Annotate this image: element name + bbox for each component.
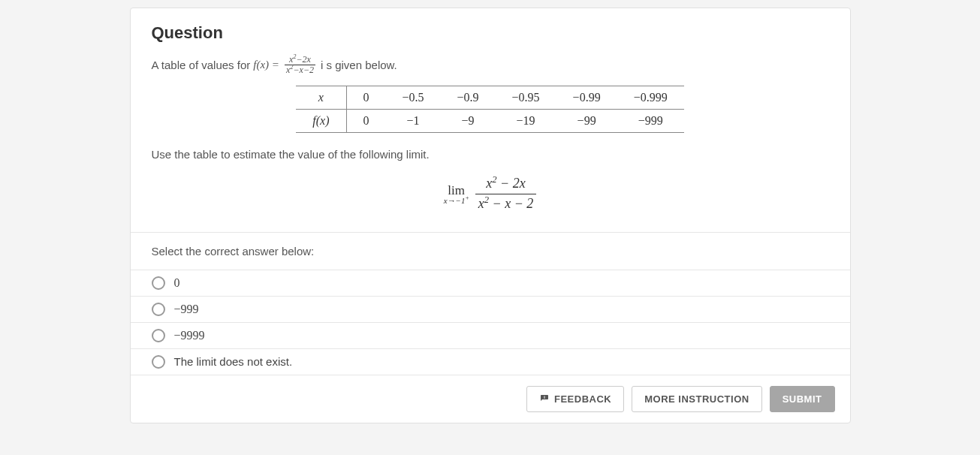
feedback-label: FEEDBACK [554,393,611,405]
table-cell: −19 [496,110,556,133]
option-label: 0 [174,276,180,290]
table-cell: −0.9 [441,86,496,110]
submit-button[interactable]: SUBMIT [770,386,835,412]
prompt-prefix: A table of values for [152,59,251,71]
inline-fraction: x2−2x x2−x−2 [285,55,315,75]
question-card: Question A table of values for f(x) = x2… [130,8,851,423]
limit-num: x2 − 2x [475,174,537,194]
radio-icon [152,276,165,290]
row-label-x: x [296,86,346,110]
table-cell: −0.95 [496,86,556,110]
table-cell: −999 [617,110,684,133]
table-cell: −0.5 [386,86,441,110]
limit-expression: lim x→−1+ x2 − 2x x2 − x − 2 [152,174,829,213]
option-2[interactable]: −9999 [131,323,850,349]
question-heading: Question [152,23,829,43]
radio-icon [152,303,165,316]
option-3[interactable]: The limit does not exist. [131,349,850,375]
limit-den: x2 − x − 2 [475,194,537,214]
options-list: 0 −999 −9999 The limit does not exist. [131,270,850,375]
radio-icon [152,355,165,369]
footer-actions: FEEDBACK MORE INSTRUCTION SUBMIT [131,375,850,423]
feedback-icon [539,394,550,403]
option-1[interactable]: −999 [131,297,850,323]
option-label: The limit does not exist. [174,355,293,368]
select-prompt: Select the correct answer below: [131,232,850,270]
table-cell: −99 [556,110,617,133]
lim-approach: x→−1+ [444,197,469,205]
limit-fraction: x2 − 2x x2 − x − 2 [475,174,537,213]
question-body: Question A table of values for f(x) = x2… [131,8,850,214]
table-row: x 0 −0.5 −0.9 −0.95 −0.99 −0.999 [296,86,683,110]
func-lhs: f(x) = [253,59,279,71]
table-row: f(x) 0 −1 −9 −19 −99 −999 [296,110,683,133]
value-table: x 0 −0.5 −0.9 −0.95 −0.99 −0.999 f(x) 0 … [296,86,683,133]
radio-icon [152,329,165,342]
prompt-suffix: i s given below. [321,59,397,71]
table-cell: −0.999 [617,86,684,110]
option-0[interactable]: 0 [131,270,850,297]
more-instruction-button[interactable]: MORE INSTRUCTION [632,386,761,412]
table-cell: 0 [346,86,386,110]
table-cell: −9 [441,110,496,133]
frac-den: x2−x−2 [285,65,315,75]
question-prompt: A table of values for f(x) = x2−2x x2−x−… [152,55,829,75]
lim-symbol: lim x→−1+ [444,183,469,205]
option-label: −999 [174,303,199,316]
more-label: MORE INSTRUCTION [644,393,749,405]
submit-label: SUBMIT [782,393,822,405]
table-cell: −1 [386,110,441,133]
feedback-button[interactable]: FEEDBACK [526,386,624,412]
option-label: −9999 [174,329,205,342]
table-cell: 0 [346,110,386,133]
row-label-fx: f(x) [296,110,346,133]
instruction-text: Use the table to estimate the value of t… [152,148,829,161]
table-cell: −0.99 [556,86,617,110]
